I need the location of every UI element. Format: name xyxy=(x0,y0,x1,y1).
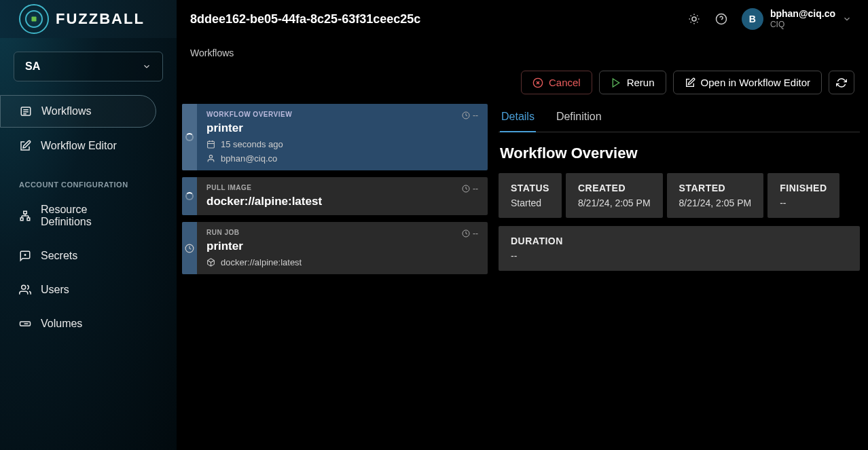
card-title: printer xyxy=(206,121,478,135)
refresh-button[interactable] xyxy=(829,71,854,94)
stat-value: 8/21/24, 2:05 PM xyxy=(578,198,651,208)
card-type-label: PULL IMAGE xyxy=(206,184,251,191)
sidebar-item-label: Volumes xyxy=(41,318,82,330)
header-actions: B bphan@ciq.co CIQ xyxy=(687,8,868,30)
status-indicator xyxy=(182,222,197,274)
user-icon xyxy=(206,154,215,163)
brand-name: FUZZBALL xyxy=(56,10,145,28)
tab-details[interactable]: Details xyxy=(500,104,536,132)
cancel-button[interactable]: Cancel xyxy=(521,71,592,94)
action-bar: Cancel Rerun Open in Workflow Editor xyxy=(177,64,868,104)
clock-icon xyxy=(462,111,470,119)
workflow-card-pull-image[interactable]: PULL IMAGE -- docker://alpine:latest xyxy=(182,177,488,215)
org-label: SA xyxy=(25,60,40,73)
svg-rect-17 xyxy=(27,218,30,221)
breadcrumb[interactable]: Workflows xyxy=(177,38,868,64)
user-menu[interactable]: B bphan@ciq.co CIQ xyxy=(742,8,852,30)
edit-icon xyxy=(685,77,695,88)
stat-label: STARTED xyxy=(679,183,752,193)
svg-line-4 xyxy=(697,22,698,22)
card-duration: -- xyxy=(462,229,478,238)
sitemap-icon xyxy=(19,210,31,222)
card-meta-time: 15 seconds ago xyxy=(206,139,478,149)
details-panel: Details Definition Workflow Overview STA… xyxy=(499,104,860,450)
app-header: FUZZBALL 8ddee162-be05-44fa-8c25-63f31ce… xyxy=(0,0,868,38)
sidebar-item-label: Resource Definitions xyxy=(41,204,137,228)
button-label: Rerun xyxy=(627,77,655,88)
workflow-card-run-job[interactable]: RUN JOB -- printer docker://alpine:lates… xyxy=(182,222,488,274)
refresh-icon xyxy=(836,77,847,88)
card-title: printer xyxy=(206,240,478,253)
theme-toggle[interactable] xyxy=(687,12,701,26)
sidebar-item-users[interactable]: Users xyxy=(0,274,156,305)
sidebar-item-workflows[interactable]: Workflows xyxy=(0,95,156,128)
help-button[interactable] xyxy=(715,12,728,26)
user-org: CIQ xyxy=(770,20,835,29)
stat-status: STATUS Started xyxy=(499,173,562,218)
card-meta-image: docker://alpine:latest xyxy=(206,257,478,267)
list-icon xyxy=(20,105,32,117)
svg-point-22 xyxy=(24,255,26,256)
svg-marker-30 xyxy=(613,79,619,87)
logo-area: FUZZBALL xyxy=(0,4,177,34)
stat-value: Started xyxy=(511,198,549,208)
clock-icon xyxy=(462,185,470,193)
sidebar-item-resource-definitions[interactable]: Resource Definitions xyxy=(0,194,156,238)
svg-rect-15 xyxy=(24,211,27,214)
sidebar-item-volumes[interactable]: Volumes xyxy=(0,308,156,339)
svg-point-23 xyxy=(22,285,26,289)
message-lock-icon xyxy=(19,250,31,262)
stats-grid: STATUS Started CREATED 8/21/24, 2:05 PM … xyxy=(499,173,860,271)
sidebar-item-workflow-editor[interactable]: Workflow Editor xyxy=(0,130,156,162)
card-duration: -- xyxy=(462,111,478,120)
workflow-card-overview[interactable]: WORKFLOW OVERVIEW -- printer 15 seconds … xyxy=(182,104,488,170)
svg-rect-32 xyxy=(208,141,215,148)
card-meta-user: bphan@ciq.co xyxy=(206,153,478,164)
main-content: Workflows Cancel Rerun Open in Workflow … xyxy=(177,0,868,450)
user-email: bphan@ciq.co xyxy=(770,8,835,20)
status-indicator xyxy=(182,177,197,215)
card-type-label: WORKFLOW OVERVIEW xyxy=(206,111,292,118)
stat-value: -- xyxy=(511,250,848,261)
page-title: 8ddee162-be05-44fa-8c25-63f31ceec25c xyxy=(177,12,687,26)
sun-icon xyxy=(688,13,700,25)
status-indicator xyxy=(182,104,197,170)
tabs: Details Definition xyxy=(499,104,860,132)
sidebar-item-label: Users xyxy=(41,284,69,296)
stat-duration: DURATION -- xyxy=(499,226,860,271)
chevron-down-icon xyxy=(142,62,151,71)
help-icon xyxy=(715,13,727,25)
stat-finished: FINISHED -- xyxy=(767,173,839,218)
stat-label: DURATION xyxy=(511,236,848,246)
logo-icon xyxy=(19,4,49,34)
clock-icon xyxy=(185,244,194,253)
drive-icon xyxy=(19,318,31,330)
svg-line-7 xyxy=(691,22,691,22)
svg-line-3 xyxy=(691,16,691,16)
panel-title: Workflow Overview xyxy=(500,145,858,162)
button-label: Cancel xyxy=(549,77,581,88)
chevron-down-icon xyxy=(842,14,852,24)
open-editor-button[interactable]: Open in Workflow Editor xyxy=(673,71,822,94)
org-selector[interactable]: SA xyxy=(14,52,163,81)
sidebar-item-label: Secrets xyxy=(41,250,77,262)
users-icon xyxy=(19,284,31,296)
tab-definition[interactable]: Definition xyxy=(555,104,603,132)
stat-label: CREATED xyxy=(578,183,651,193)
clock-icon xyxy=(462,229,470,238)
stat-value: 8/21/24, 2:05 PM xyxy=(679,198,752,208)
stat-label: STATUS xyxy=(511,183,549,193)
svg-point-0 xyxy=(692,17,696,21)
rerun-button[interactable]: Rerun xyxy=(599,71,666,94)
pencil-icon xyxy=(19,140,31,152)
stat-value: -- xyxy=(780,198,827,208)
calendar-icon xyxy=(206,140,215,149)
workflow-steps-list: WORKFLOW OVERVIEW -- printer 15 seconds … xyxy=(182,104,488,450)
spinner-icon xyxy=(185,133,194,141)
play-icon xyxy=(611,77,621,88)
user-info: bphan@ciq.co CIQ xyxy=(770,8,835,29)
stat-created: CREATED 8/21/24, 2:05 PM xyxy=(566,173,663,218)
card-title: docker://alpine:latest xyxy=(206,195,478,208)
card-duration: -- xyxy=(462,184,478,193)
sidebar-item-secrets[interactable]: Secrets xyxy=(0,240,156,271)
